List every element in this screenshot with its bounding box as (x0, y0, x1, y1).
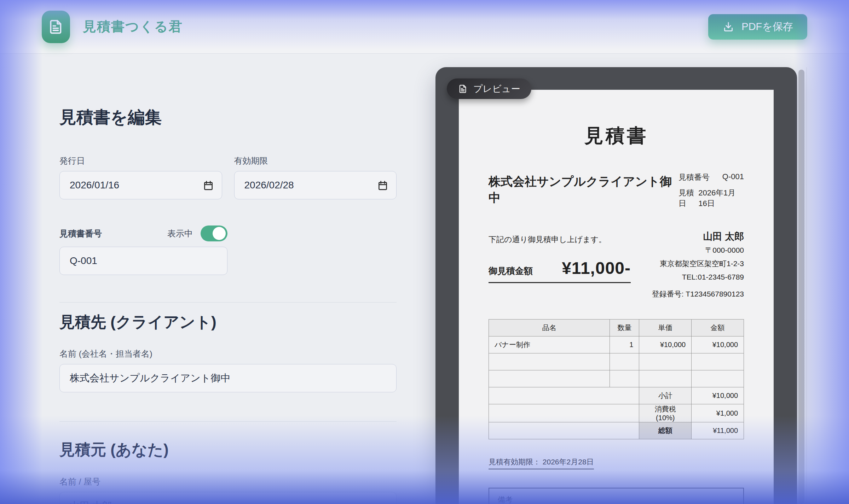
item-qty-cell (610, 370, 639, 387)
toggle-knob (213, 227, 226, 240)
client-name-input[interactable] (70, 373, 386, 384)
greeting-text: 下記の通り御見積申し上げます。 (489, 234, 631, 245)
preview-badge-label: プレビュー (473, 83, 520, 95)
edit-form-panel: 見積書を編集 発行日 有効期限 (59, 54, 397, 504)
quote-date-meta-row: 見積日 2026年1月16日 (678, 188, 744, 209)
issuer-name-label: 名前 / 屋号 (59, 476, 397, 487)
quote-date-label: 見積日 (678, 188, 698, 209)
issuer-block: 山田 太郎 〒000-0000 東京都架空区架空町1-2-3 TEL:01-23… (652, 229, 744, 301)
quote-number-input[interactable] (70, 255, 217, 266)
table-row: バナー制作 1 ¥10,000 ¥10,000 (489, 336, 744, 353)
document-title: 見積書 (489, 123, 744, 149)
quote-number-row: 見積書番号 表示中 (59, 225, 227, 241)
save-pdf-label: PDFを保存 (741, 20, 793, 34)
validity-text: 見積有効期限： 2026年2月28日 (489, 457, 594, 469)
client-name-label: 名前 (会社名・担当者名) (59, 348, 397, 359)
preview-badge: プレビュー (447, 78, 531, 99)
item-price-cell (639, 353, 692, 370)
calendar-icon[interactable] (377, 180, 388, 191)
preview-scrollbar[interactable] (798, 70, 804, 504)
issuer-section-heading: 見積元 (あなた) (59, 439, 397, 460)
issue-date-field: 発行日 (59, 156, 222, 199)
item-name-cell (489, 370, 610, 387)
issuer-name-input[interactable] (70, 500, 386, 504)
quote-number-label: 見積書番号 (59, 228, 102, 239)
blank-cell (489, 387, 639, 404)
blank-cell (489, 422, 639, 439)
issuer-address: 東京都架空区架空町1-2-3 (652, 257, 744, 270)
quote-no-value: Q-001 (722, 172, 744, 183)
col-header-unit-price: 単価 (639, 320, 692, 336)
subtotal-label: 小計 (639, 387, 692, 404)
item-amount-cell: ¥10,000 (692, 336, 744, 353)
app-title: 見積書つくる君 (83, 18, 183, 36)
quote-date-value: 2026年1月16日 (698, 188, 744, 209)
amount-label: 御見積金額 (489, 265, 533, 277)
grand-total-value: ¥11,000 (692, 422, 744, 439)
grand-total-label: 総額 (639, 422, 692, 439)
tax-row: 消費税 (10%) ¥1,000 (489, 404, 744, 422)
preview-panel: プレビュー 見積書 株式会社サンプルクライアント御中 見積番号 Q-001 見積… (435, 67, 797, 504)
item-price-cell (639, 370, 692, 387)
quote-document: 見積書 株式会社サンプルクライアント御中 見積番号 Q-001 見積日 2026… (459, 90, 774, 504)
notes-box: 備考 (489, 488, 744, 504)
expiry-date-input-box[interactable] (234, 171, 397, 199)
items-table-header-row: 品名 数量 単価 金額 (489, 320, 744, 336)
item-name-cell: バナー制作 (489, 336, 610, 353)
quote-number-visibility-toggle[interactable] (201, 225, 227, 241)
item-amount-cell (692, 353, 744, 370)
issuer-name: 山田 太郎 (652, 229, 744, 244)
issuer-postal: 〒000-0000 (652, 244, 744, 257)
item-qty-cell (610, 353, 639, 370)
tax-label: 消費税 (10%) (639, 404, 692, 422)
col-header-item: 品名 (489, 320, 610, 336)
expiry-date-input[interactable] (244, 180, 387, 191)
amount-line: 御見積金額 ¥11,000- (489, 258, 631, 283)
save-pdf-button[interactable]: PDFを保存 (708, 14, 807, 40)
date-fields-row: 発行日 有効期限 (59, 156, 397, 199)
issuer-reg-no: 登録番号: T1234567890123 (652, 287, 744, 301)
subtotal-row: 小計 ¥10,000 (489, 387, 744, 404)
issuer-name-input-box[interactable] (59, 492, 397, 504)
subtotal-value: ¥10,000 (692, 387, 744, 404)
calendar-icon[interactable] (203, 180, 214, 191)
quote-number-meta-row: 見積番号 Q-001 (678, 172, 744, 183)
section-divider (59, 421, 397, 422)
item-name-cell (489, 353, 610, 370)
table-row (489, 370, 744, 387)
page-title: 見積書を編集 (59, 106, 397, 129)
client-name-input-box[interactable] (59, 364, 397, 392)
grand-total-row: 総額 ¥11,000 (489, 422, 744, 439)
col-header-qty: 数量 (610, 320, 639, 336)
expiry-date-field: 有効期限 (234, 156, 397, 199)
document-meta: 見積番号 Q-001 見積日 2026年1月16日 (678, 172, 744, 214)
item-price-cell: ¥10,000 (639, 336, 692, 353)
client-section-heading: 見積先 (クライアント) (59, 312, 397, 333)
table-row (489, 353, 744, 370)
item-amount-cell (692, 370, 744, 387)
visibility-toggle-label: 表示中 (167, 228, 193, 239)
notes-label: 備考 (498, 496, 513, 504)
issue-date-input-box[interactable] (59, 171, 222, 199)
items-table: 品名 数量 単価 金額 バナー制作 1 ¥10,000 ¥10,000 (489, 319, 744, 439)
amount-block: 下記の通り御見積申し上げます。 御見積金額 ¥11,000- (489, 234, 631, 283)
visibility-toggle-wrap: 表示中 (167, 225, 227, 241)
scrollbar-track-line (806, 67, 807, 504)
document-client-name: 株式会社サンプルクライアント御中 (489, 172, 678, 206)
issuer-tel: TEL:01-2345-6789 (652, 270, 744, 284)
section-divider (59, 302, 397, 303)
document-amount-row: 下記の通り御見積申し上げます。 御見積金額 ¥11,000- 山田 太郎 〒00… (489, 234, 744, 301)
blank-cell (489, 404, 639, 422)
app-logo (42, 11, 70, 43)
issue-date-input[interactable] (70, 180, 212, 191)
expiry-date-label: 有効期限 (234, 156, 397, 166)
quote-no-label: 見積番号 (678, 172, 710, 183)
document-header-row: 株式会社サンプルクライアント御中 見積番号 Q-001 見積日 2026年1月1… (489, 172, 744, 214)
document-icon (458, 84, 468, 94)
issue-date-label: 発行日 (59, 156, 222, 166)
quote-number-input-box[interactable] (59, 247, 227, 275)
app-header: 見積書つくる君 PDFを保存 (0, 0, 849, 54)
item-qty-cell: 1 (610, 336, 639, 353)
tax-value: ¥1,000 (692, 404, 744, 422)
amount-value: ¥11,000- (562, 258, 631, 278)
